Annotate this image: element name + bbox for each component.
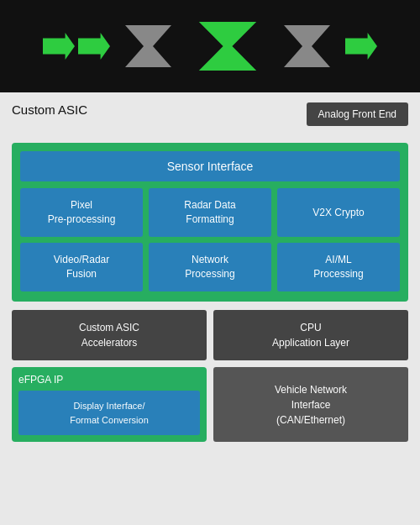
vehicle-network-label: Vehicle NetworkInterface(CAN/Ethernet)	[213, 367, 408, 442]
sensor-interface-label: Sensor Interface	[20, 151, 400, 181]
bottom-section: Custom ASICAccelerators CPUApplication L…	[12, 310, 408, 360]
hourglass-gray-icon	[125, 25, 171, 67]
arrow-icon-1	[43, 33, 75, 60]
connectors	[43, 22, 377, 71]
grid-box-v2x: V2X Crypto	[277, 188, 400, 237]
arrow-icon-2	[78, 33, 110, 60]
main-content: Custom ASIC Analog Front End Sensor Inte…	[0, 92, 420, 525]
efpga-label: eFPGA IP	[18, 374, 200, 386]
efpga-inner-label: Display Interface/Format Conversion	[18, 391, 200, 435]
hourglass-green-icon	[190, 22, 265, 71]
grid-boxes: PixelPre-processing Radar DataFormatting…	[20, 188, 400, 291]
main-title: Custom ASIC	[12, 102, 87, 117]
hourglass-gray-right-icon	[284, 25, 330, 67]
grid-box-network-processing: NetworkProcessing	[149, 243, 271, 291]
analog-front-end-label: Analog Front End	[307, 102, 408, 126]
grid-box-aiml: AI/MLProcessing	[277, 243, 400, 291]
grid-box-radar-data: Radar DataFormatting	[149, 188, 271, 237]
cpu-application-layer-label: CPUApplication Layer	[213, 310, 408, 360]
efpga-section: eFPGA IP Display Interface/Format Conver…	[12, 367, 408, 442]
efpga-box: eFPGA IP Display Interface/Format Conver…	[12, 367, 207, 442]
grid-box-video-radar: Video/RadarFusion	[20, 243, 143, 291]
top-banner	[0, 0, 420, 92]
green-box: Sensor Interface PixelPre-processing Rad…	[12, 143, 408, 302]
grid-box-pixel: PixelPre-processing	[20, 188, 143, 237]
arrow-icon-right	[345, 33, 377, 60]
custom-asic-accelerators-label: Custom ASICAccelerators	[12, 310, 207, 360]
